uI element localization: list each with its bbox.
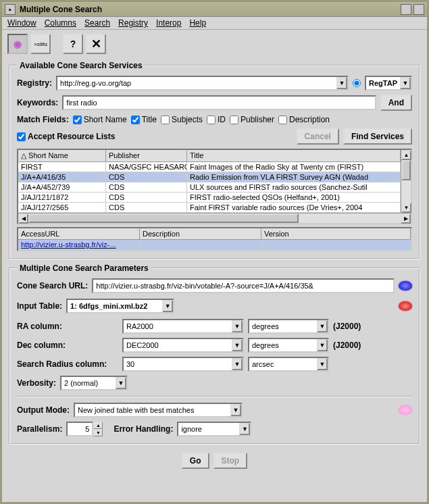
- field-title[interactable]: Title: [131, 115, 157, 124]
- chevron-down-icon[interactable]: ▼: [230, 404, 241, 416]
- chevron-down-icon[interactable]: ▼: [239, 423, 250, 435]
- chevron-down-icon[interactable]: ▼: [232, 358, 243, 370]
- dec-combo[interactable]: ▼: [122, 338, 244, 353]
- chevron-down-icon[interactable]: ▼: [317, 320, 328, 332]
- field-publisher[interactable]: Publisher: [230, 115, 274, 124]
- menubar: Window Columns Search Registry Interop H…: [2, 17, 427, 30]
- table-row[interactable]: J/AJ/127/2565CDSFaint FIRST variable rad…: [18, 203, 401, 213]
- ra-combo[interactable]: ▼: [122, 319, 244, 334]
- chevron-down-icon[interactable]: ▼: [116, 377, 126, 389]
- galaxy-icon[interactable]: ◉: [7, 34, 28, 54]
- registry-combo[interactable]: ▼: [56, 76, 349, 91]
- keywords-label: Keywords:: [17, 98, 58, 107]
- maximize-button[interactable]: [413, 4, 424, 15]
- and-button[interactable]: And: [380, 95, 412, 111]
- chevron-down-icon[interactable]: ▼: [162, 300, 173, 312]
- stop-button[interactable]: Stop: [213, 453, 248, 469]
- status-indicator-red: [399, 301, 412, 311]
- menu-window[interactable]: Window: [7, 18, 36, 28]
- parallel-spinner[interactable]: ▲▼: [66, 422, 103, 436]
- dec-label: Dec column:: [17, 341, 118, 350]
- registry-input[interactable]: [57, 77, 336, 89]
- input-table-combo[interactable]: 1: 6dfgs_mini.xml.bz2 ▼: [66, 299, 174, 313]
- registry-label: Registry:: [17, 78, 52, 88]
- main-window: ▪ Multiple Cone Search Window Columns Se…: [0, 0, 429, 504]
- table-row[interactable]: J/AJ/121/1872CDSFIRST radio-selected QSO…: [18, 193, 401, 203]
- chevron-down-icon[interactable]: ▼: [336, 77, 347, 89]
- system-menu-icon[interactable]: ▪: [5, 4, 16, 15]
- chevron-down-icon[interactable]: ▼: [317, 358, 328, 370]
- input-table-label: Input Table:: [17, 301, 62, 311]
- search-params-group: Multiple Cone Search Parameters Cone Sea…: [9, 263, 420, 445]
- minimize-button[interactable]: [401, 4, 411, 15]
- window-title: Multiple Cone Search: [20, 5, 399, 14]
- available-legend: Available Cone Search Services: [17, 61, 145, 70]
- errh-label: Error Handling:: [113, 424, 173, 434]
- accept-lists-checkbox[interactable]: Accept Resource Lists: [17, 132, 115, 141]
- col-accessurl[interactable]: AccessURL: [18, 228, 140, 239]
- col-version[interactable]: Version: [261, 228, 411, 239]
- col-short-name[interactable]: △ Short Name: [18, 150, 106, 161]
- cancel-button[interactable]: Cancel: [297, 128, 339, 145]
- services-table: △ Short Name Publisher Title FIRSTNASA/G…: [17, 149, 412, 224]
- url-label: Cone Search URL:: [17, 281, 88, 291]
- menu-help[interactable]: Help: [189, 18, 206, 28]
- verbosity-combo[interactable]: 2 (normal) ▼: [60, 376, 128, 390]
- go-button[interactable]: Go: [182, 453, 209, 469]
- output-combo[interactable]: New joined table with best matches ▼: [74, 403, 243, 418]
- detail-row[interactable]: http://vizier.u-strasbg.fr/viz-...: [18, 240, 411, 250]
- table-scrollbar-h[interactable]: ◀ ▶: [18, 213, 411, 223]
- table-scrollbar-v[interactable]: ▲ ▼: [401, 150, 411, 213]
- parallel-label: Parallelism:: [17, 424, 62, 434]
- find-services-button[interactable]: Find Services: [343, 128, 412, 145]
- match-fields-label: Match Fields:: [17, 115, 69, 124]
- menu-registry[interactable]: Registry: [118, 18, 148, 28]
- menu-search[interactable]: Search: [84, 18, 110, 28]
- chevron-down-icon[interactable]: ▼: [232, 339, 243, 351]
- col-title[interactable]: Title: [187, 150, 401, 161]
- field-id[interactable]: ID: [207, 115, 226, 124]
- output-label: Output Mode:: [17, 405, 70, 415]
- action-bar: Go Stop: [9, 449, 420, 472]
- status-indicator-blue: [399, 281, 412, 291]
- help-icon[interactable]: ?: [63, 34, 83, 54]
- errh-combo[interactable]: ignore ▼: [177, 422, 251, 436]
- status-indicator-pink: [399, 405, 412, 415]
- field-subjects[interactable]: Subjects: [161, 115, 203, 124]
- spin-up-icon[interactable]: ▲: [93, 422, 103, 429]
- radius-label: Search Radius column:: [17, 359, 118, 369]
- field-short-name[interactable]: Short Name: [73, 115, 127, 124]
- radius-unit-combo[interactable]: arcsec ▼: [248, 357, 329, 372]
- regtap-combo[interactable]: RegTAP ▼: [365, 76, 412, 91]
- titlebar: ▪ Multiple Cone Search: [2, 2, 427, 17]
- ra-unit-combo[interactable]: degrees ▼: [248, 319, 329, 334]
- menu-interop[interactable]: Interop: [156, 18, 181, 28]
- dec-suffix: (J2000): [333, 341, 361, 350]
- table-row[interactable]: J/A+A/416/35CDSRadio Emission from VLA F…: [18, 172, 401, 182]
- field-description[interactable]: Description: [278, 115, 330, 124]
- ra-label: RA column:: [17, 322, 118, 331]
- ra-suffix: (J2000): [333, 322, 361, 331]
- table-row[interactable]: FIRSTNASA/GSFC HEASARCFaint Images of th…: [18, 162, 401, 172]
- chevron-down-icon[interactable]: ▼: [232, 320, 243, 332]
- table-row[interactable]: J/A+A/452/739CDSULX sources and FIRST ra…: [18, 182, 401, 193]
- menu-columns[interactable]: Columns: [45, 18, 76, 28]
- stilts-icon[interactable]: >stilts: [30, 34, 51, 54]
- col-description[interactable]: Description: [140, 228, 261, 239]
- verbosity-label: Verbosity:: [17, 378, 56, 388]
- dec-unit-combo[interactable]: degrees ▼: [248, 338, 329, 353]
- chevron-down-icon[interactable]: ▼: [317, 339, 328, 351]
- chevron-down-icon[interactable]: ▼: [400, 77, 411, 89]
- radius-combo[interactable]: ▼: [122, 357, 244, 372]
- keywords-input[interactable]: [62, 95, 376, 110]
- accessurl-link[interactable]: http://vizier.u-strasbg.fr/viz-...: [21, 241, 116, 249]
- detail-table: AccessURL Description Version http://viz…: [17, 227, 412, 251]
- spin-down-icon[interactable]: ▼: [93, 429, 103, 436]
- url-input[interactable]: [92, 278, 395, 293]
- regtap-radio[interactable]: [353, 79, 361, 87]
- available-services-group: Available Cone Search Services Registry:…: [9, 61, 420, 259]
- params-legend: Multiple Cone Search Parameters: [17, 263, 151, 273]
- col-publisher[interactable]: Publisher: [106, 150, 187, 161]
- toolbar: ◉ >stilts ? ✕: [2, 30, 427, 58]
- close-icon[interactable]: ✕: [86, 34, 106, 54]
